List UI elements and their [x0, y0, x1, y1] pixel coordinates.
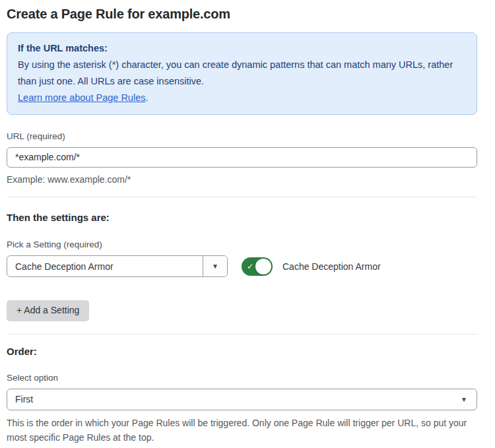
chevron-down-icon: ▼ — [461, 396, 467, 403]
select-option-label: Select option — [7, 373, 477, 383]
page-title: Create a Page Rule for example.com — [7, 7, 477, 22]
toggle-knob — [255, 259, 271, 274]
create-page-rule-form: Create a Page Rule for example.com If th… — [0, 0, 495, 448]
setting-dropdown-value: Cache Deception Armor — [7, 256, 203, 276]
info-box-heading: If the URL matches: — [18, 40, 466, 57]
setting-toggle[interactable]: ✓ — [242, 257, 273, 276]
pick-setting-label: Pick a Setting (required) — [7, 240, 477, 249]
chevron-down-icon[interactable]: ▼ — [203, 256, 227, 276]
url-helper-text: Example: www.example.com/* — [7, 172, 477, 187]
setting-toggle-label: Cache Deception Armor — [282, 261, 381, 272]
setting-row: Cache Deception Armor ▼ ✓ Cache Deceptio… — [7, 255, 477, 277]
url-input[interactable] — [7, 147, 477, 168]
divider — [7, 334, 477, 335]
add-setting-button[interactable]: + Add a Setting — [7, 300, 89, 321]
order-helper-text: This is the order in which your Page Rul… — [7, 416, 469, 445]
info-box-body: By using the asterisk (*) character, you… — [18, 57, 466, 90]
order-select-value: First — [15, 394, 33, 404]
info-link-line: Learn more about Page Rules. — [18, 90, 466, 106]
learn-more-link[interactable]: Learn more about Page Rules — [18, 92, 145, 103]
divider — [7, 197, 477, 197]
url-label: URL (required) — [7, 131, 477, 141]
settings-section-heading: Then the settings are: — [7, 212, 477, 223]
link-suffix: . — [145, 92, 148, 103]
order-section-heading: Order: — [7, 346, 477, 357]
url-match-info-box: If the URL matches: By using the asteris… — [7, 32, 477, 115]
order-select[interactable]: First ▼ — [7, 389, 477, 410]
setting-dropdown[interactable]: Cache Deception Armor ▼ — [7, 255, 228, 277]
check-icon: ✓ — [247, 262, 253, 271]
